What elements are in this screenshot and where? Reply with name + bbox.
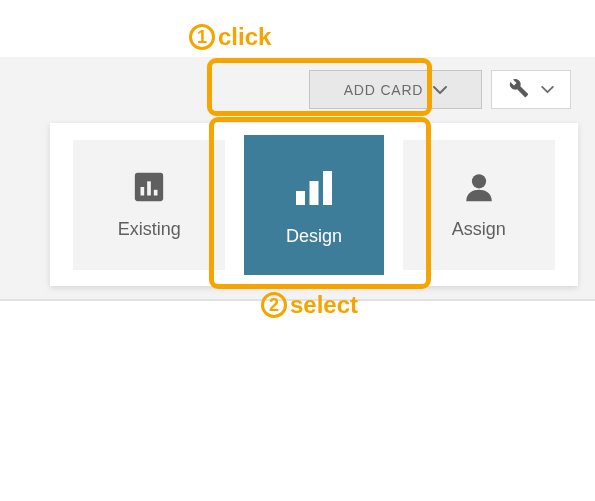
svg-rect-1 <box>141 187 145 196</box>
annotation-label-2: select <box>290 291 358 319</box>
bar-chart-icon <box>290 163 338 215</box>
option-assign[interactable]: Assign <box>403 140 555 270</box>
wrench-icon <box>509 78 529 101</box>
top-button-row: ADD CARD <box>309 70 571 109</box>
svg-rect-3 <box>154 189 158 195</box>
svg-rect-2 <box>147 181 151 195</box>
svg-rect-5 <box>309 181 318 205</box>
annotation-number-2: 2 <box>261 292 287 318</box>
add-card-button[interactable]: ADD CARD <box>309 70 482 109</box>
svg-rect-4 <box>296 191 305 205</box>
chevron-down-icon <box>541 82 554 97</box>
option-label: Assign <box>452 219 506 240</box>
option-design[interactable]: Design <box>244 135 384 275</box>
chevron-down-icon <box>433 82 447 98</box>
annotation-step-2: 2 select <box>261 291 358 319</box>
option-label: Existing <box>118 219 181 240</box>
bar-chart-icon <box>132 170 166 208</box>
annotation-label-1: click <box>218 23 271 51</box>
option-label: Design <box>286 226 342 247</box>
svg-point-7 <box>472 174 486 188</box>
annotation-number-1: 1 <box>189 24 215 50</box>
settings-button[interactable] <box>491 70 571 109</box>
option-existing[interactable]: Existing <box>73 140 225 270</box>
add-card-label: ADD CARD <box>344 82 424 98</box>
annotation-step-1: 1 click <box>189 23 271 51</box>
person-icon <box>462 170 496 208</box>
add-card-dropdown-panel: Existing Design Assign <box>50 123 578 286</box>
svg-rect-6 <box>323 171 332 205</box>
